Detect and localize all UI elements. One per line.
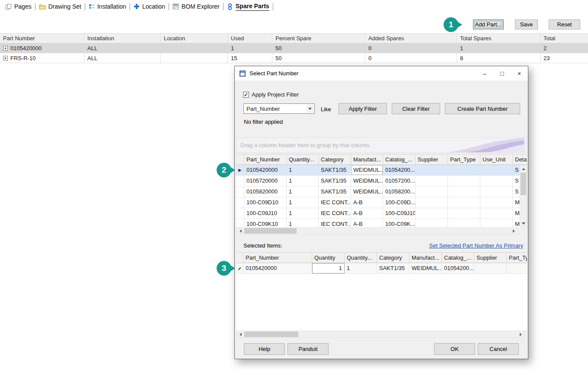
grid-column-header[interactable]: Part_Type: [448, 154, 480, 164]
grid-column-header[interactable]: Catalog_...: [442, 253, 474, 263]
table-cell: 50: [272, 43, 365, 53]
scroll-left-icon[interactable]: [237, 331, 244, 338]
grid-cell: [415, 165, 448, 175]
column-header-used[interactable]: Used: [228, 34, 272, 43]
set-primary-link[interactable]: Set Selected Part Number As Primary: [429, 242, 523, 249]
expand-icon[interactable]: [3, 46, 8, 51]
grid-cell: [480, 176, 513, 186]
grid-cell: [480, 197, 513, 208]
grid-column-header[interactable]: Use_Unit: [480, 154, 513, 164]
tab-drawing-set[interactable]: Drawing Set: [35, 1, 85, 12]
cancel-button[interactable]: Cancel: [478, 343, 519, 355]
grid-cell: 100-C09D...: [383, 197, 415, 208]
grid-column-header[interactable]: Manufact...: [409, 253, 442, 263]
grid-column-header[interactable]: Category: [319, 154, 351, 164]
grid-column-header[interactable]: Category: [377, 253, 409, 263]
grid-cell: [480, 187, 513, 197]
grid-row[interactable]: 100-C09K10 1 IEC CONT... A-B 100-C09K...…: [236, 219, 527, 227]
tab-pages[interactable]: Pages: [2, 1, 35, 12]
tab-bom-explorer[interactable]: BOM Explorer: [169, 1, 223, 12]
clear-filter-button[interactable]: Clear Filter: [392, 103, 440, 114]
dialog-title-bar[interactable]: Select Part Number – □ ×: [235, 66, 528, 80]
column-header-location[interactable]: Location: [161, 34, 228, 43]
grid-column-header[interactable]: Catalog_...: [383, 154, 415, 164]
tab-label: BOM Explorer: [182, 3, 220, 10]
grid-cell: [448, 176, 480, 186]
help-button[interactable]: Help: [244, 343, 285, 355]
grid-cell: WEIDMUL...: [351, 187, 383, 197]
grid-cell: 0105820000: [244, 187, 287, 197]
table-cell: 1: [457, 43, 540, 53]
grid-column-header[interactable]: Detai: [513, 154, 527, 164]
grid-column-header[interactable]: Part_Number: [244, 154, 287, 164]
like-label: Like: [321, 106, 331, 113]
part-number-value: 0105420000: [10, 45, 42, 51]
column-header-percent-spare[interactable]: Percent Spare: [272, 34, 365, 43]
grid-row-selected[interactable]: ▶ 0105420000 1 SAKT1/35 WEIDMUL... 01054…: [236, 165, 527, 176]
table-row[interactable]: 0105420000 ALL 1 50 0 1 2: [0, 43, 588, 53]
grid-column-header[interactable]: Quantity: [312, 253, 345, 263]
grid-cell: IEC CONT...: [319, 219, 351, 227]
selected-item-row[interactable]: 0105420000 1 1 SAKT1/35 WEIDMUL... 01054…: [236, 263, 527, 274]
column-header-total-spares[interactable]: Total Spares: [457, 34, 540, 43]
save-button[interactable]: Save: [515, 19, 538, 29]
grid-column-header[interactable]: Quantity...: [345, 253, 377, 263]
create-part-number-button[interactable]: Create Part Number: [445, 103, 520, 114]
filter-field-select[interactable]: Part_Number: [243, 103, 315, 114]
grid-column-header[interactable]: Part_Number: [243, 253, 312, 263]
grid-row[interactable]: 100-C09D10 1 IEC CONT... A-B 100-C09D...…: [236, 197, 527, 208]
grid-row[interactable]: 100-C09J10 1 IEC CONT... A-B 100-C09J10 …: [236, 208, 527, 219]
scrollbar-thumb[interactable]: [244, 228, 297, 234]
group-by-bar[interactable]: Drag a column header here to group by th…: [236, 138, 527, 153]
row-indicator-header: [236, 253, 243, 263]
reset-button[interactable]: Reset: [549, 19, 580, 29]
table-cell: 8: [457, 53, 540, 63]
grid-row[interactable]: 0105720000 1 SAKT1/35 WEIDMUL... 0105720…: [236, 176, 527, 187]
column-header-total[interactable]: Total: [540, 34, 588, 43]
table-cell: ALL: [84, 43, 161, 53]
grid-cell: 0105420000: [244, 165, 287, 175]
table-cell: 2: [540, 43, 588, 53]
tab-spare-parts[interactable]: Spare Parts: [224, 1, 273, 13]
scroll-left-icon[interactable]: [237, 228, 244, 234]
row-indicator: [236, 187, 244, 197]
column-header-added-spares[interactable]: Added Spares: [365, 34, 457, 43]
grid-column-header[interactable]: Supplier: [474, 253, 507, 263]
grid-column-header[interactable]: Quantity...: [287, 154, 319, 164]
expand-icon[interactable]: [3, 56, 8, 61]
column-header-part-number[interactable]: Part Number: [0, 34, 84, 43]
grid-cell: 1: [287, 197, 319, 208]
table-row[interactable]: FRS-R-10 ALL 15 50 0 8 23: [0, 53, 588, 63]
horizontal-scrollbar[interactable]: [236, 227, 518, 235]
tab-installation[interactable]: Installation: [85, 1, 130, 12]
close-icon[interactable]: ×: [511, 66, 528, 80]
maximize-icon[interactable]: □: [493, 66, 511, 80]
column-header-installation[interactable]: Installation: [84, 34, 161, 43]
vertical-scrollbar[interactable]: [520, 165, 527, 227]
tab-location[interactable]: Location: [130, 1, 169, 12]
scroll-right-icon[interactable]: [510, 228, 517, 234]
scroll-up-icon[interactable]: [520, 165, 527, 172]
table-cell: 0: [365, 53, 457, 63]
scrollbar-thumb[interactable]: [244, 331, 298, 337]
grid-column-header[interactable]: Supplier: [415, 154, 448, 164]
grid-row[interactable]: 0105820000 1 SAKT1/35 WEIDMUL... 0105820…: [236, 187, 527, 197]
ok-button[interactable]: OK: [434, 343, 475, 355]
grid-column-header[interactable]: Part_Ty: [507, 253, 527, 263]
apply-project-filter-checkbox[interactable]: ✓: [243, 92, 249, 98]
grid-column-header[interactable]: Manufact...: [351, 154, 383, 164]
grid-cell: A-B: [351, 197, 383, 208]
grid-cell-focused[interactable]: WEIDMUL...: [351, 165, 383, 175]
scroll-down-icon[interactable]: [520, 220, 527, 227]
scrollbar-thumb[interactable]: [521, 173, 526, 195]
horizontal-scrollbar[interactable]: [236, 331, 524, 338]
quantity-input[interactable]: 1: [312, 263, 345, 273]
add-part-button[interactable]: Add Part...: [473, 19, 504, 29]
table-cell: [161, 53, 228, 63]
grid-cell: SAKT1/35: [319, 187, 351, 197]
grid-cell: 100-C09J10: [244, 208, 287, 219]
panduit-button[interactable]: Panduit: [288, 343, 329, 355]
apply-filter-button[interactable]: Apply Filter: [339, 103, 387, 114]
minimize-icon[interactable]: –: [476, 66, 493, 80]
scroll-right-icon[interactable]: [517, 331, 524, 338]
